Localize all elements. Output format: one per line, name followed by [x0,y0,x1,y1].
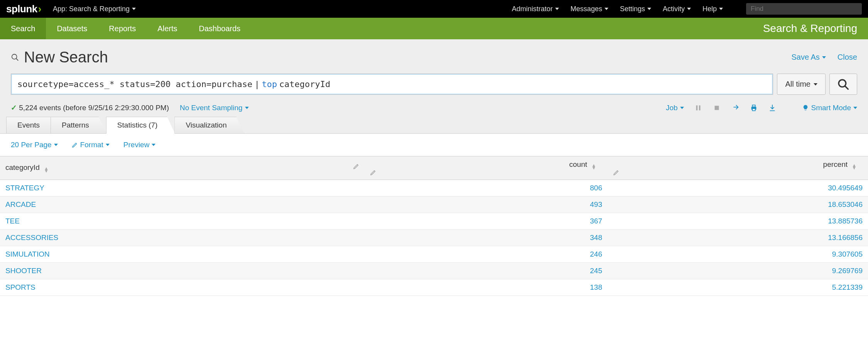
cell-count[interactable]: 246 [365,246,608,263]
tab-events[interactable]: Events [6,117,51,133]
app-picker-label: App: Search & Reporting [53,5,130,13]
cell-categoryId[interactable]: SPORTS [0,279,365,296]
cell-categoryId[interactable]: ARCADE [0,196,365,213]
preview-label: Preview [123,141,150,149]
cell-percent[interactable]: 18.653046 [608,196,868,213]
edit-column-icon[interactable] [370,170,602,176]
download-icon [768,104,777,112]
format-dropdown[interactable]: Format [72,141,110,149]
cell-count[interactable]: 245 [365,263,608,279]
topbar: splunk› App: Search & Reporting Administ… [0,0,868,18]
tab-statistics[interactable]: Statistics (7) [106,117,175,134]
table-row[interactable]: SIMULATION2469.307605 [0,246,868,263]
top-menu: Administrator Messages Settings Activity… [512,3,862,15]
cell-categoryId[interactable]: SHOOTER [0,263,365,279]
export-button[interactable] [768,104,777,112]
menu-activity[interactable]: Activity [663,5,691,13]
cell-percent[interactable]: 5.221339 [608,279,868,296]
nav-reports[interactable]: Reports [98,18,147,39]
search-icon [11,53,19,62]
menu-help[interactable]: Help [703,5,723,13]
nav-label: Datasets [57,24,87,33]
chevron-down-icon [555,8,559,10]
cell-percent[interactable]: 30.495649 [608,180,868,196]
menu-settings[interactable]: Settings [620,5,651,13]
cell-categoryId[interactable]: STRATEGY [0,180,365,196]
search-row: sourcetype=access_* status=200 action=pu… [0,74,868,99]
close-button[interactable]: Close [838,53,857,62]
sort-icon: ▲▼ [852,164,856,170]
col-count[interactable]: count ▲▼ [365,156,608,180]
global-find-input[interactable] [746,3,862,15]
cell-count[interactable]: 348 [365,230,608,246]
edit-column-icon[interactable] [353,163,359,170]
chevron-down-icon [152,144,155,146]
nav-dashboards[interactable]: Dashboards [188,18,251,39]
stop-button[interactable] [713,104,721,112]
close-label: Close [838,53,857,62]
search-mode-dropdown[interactable]: Smart Mode [802,104,857,112]
menu-messages[interactable]: Messages [571,5,608,13]
edit-column-icon[interactable] [613,170,863,176]
table-row[interactable]: TEE36713.885736 [0,213,868,230]
tab-visualization[interactable]: Visualization [174,117,244,133]
cell-categoryId[interactable]: TEE [0,213,365,230]
svg-point-2 [839,80,846,87]
cell-count[interactable]: 367 [365,213,608,230]
col-percent[interactable]: percent ▲▼ [608,156,868,180]
page-actions: Save As Close [791,53,857,62]
table-row[interactable]: ACCESSORIES34813.166856 [0,230,868,246]
col-categoryId[interactable]: categoryId ▲▼ [0,156,365,180]
search-input[interactable]: sourcetype=access_* status=200 action=pu… [11,74,773,95]
col-label: percent [823,160,848,168]
run-search-button[interactable] [829,74,857,95]
pencil-icon [370,170,376,176]
format-label: Format [80,141,103,149]
menu-label: Messages [571,5,602,13]
nav-datasets[interactable]: Datasets [46,18,98,39]
table-row[interactable]: SPORTS1385.221339 [0,279,868,296]
splunk-logo[interactable]: splunk› [6,3,41,15]
table-row[interactable]: ARCADE49318.653046 [0,196,868,213]
pause-icon [694,104,703,112]
print-button[interactable] [750,104,758,112]
menu-administrator[interactable]: Administrator [512,5,559,13]
sort-icon: ▲▼ [44,167,49,173]
cell-percent[interactable]: 13.166856 [608,230,868,246]
mode-label: Smart Mode [811,104,851,112]
app-nav-bar: Search Datasets Reports Alerts Dashboard… [0,18,868,39]
event-sampling-dropdown[interactable]: No Event Sampling [180,104,249,112]
cell-percent[interactable]: 9.307605 [608,246,868,263]
cell-categoryId[interactable]: SIMULATION [0,246,365,263]
per-page-dropdown[interactable]: 20 Per Page [11,141,58,149]
status-row: ✓ 5,224 events (before 9/25/16 2:29:30.0… [0,99,868,117]
time-range-picker[interactable]: All time [777,74,826,95]
stop-icon [713,104,721,112]
app-picker-dropdown[interactable]: App: Search & Reporting [53,5,136,13]
nav-alerts[interactable]: Alerts [147,18,188,39]
cell-count[interactable]: 806 [365,180,608,196]
cell-count[interactable]: 493 [365,196,608,213]
table-row[interactable]: SHOOTER2459.269769 [0,263,868,279]
share-button[interactable] [731,104,740,112]
job-dropdown[interactable]: Job [666,104,684,112]
cell-categoryId[interactable]: ACCESSORIES [0,230,365,246]
svg-rect-8 [752,105,755,107]
svg-line-3 [845,86,848,89]
nav-search[interactable]: Search [0,18,46,39]
cell-count[interactable]: 138 [365,279,608,296]
table-row[interactable]: STRATEGY80630.495649 [0,180,868,196]
nav-label: Alerts [157,24,177,33]
col-label: categoryId [5,163,40,171]
cell-percent[interactable]: 9.269769 [608,263,868,279]
save-as-dropdown[interactable]: Save As [791,53,826,62]
preview-dropdown[interactable]: Preview [123,141,156,149]
tab-label: Events [17,121,40,129]
pause-button[interactable] [694,104,703,112]
tab-patterns[interactable]: Patterns [51,117,106,133]
chevron-down-icon [822,56,826,59]
col-label: count [569,160,587,168]
cell-percent[interactable]: 13.885736 [608,213,868,230]
lightbulb-icon [802,104,809,111]
chevron-down-icon [605,8,608,10]
